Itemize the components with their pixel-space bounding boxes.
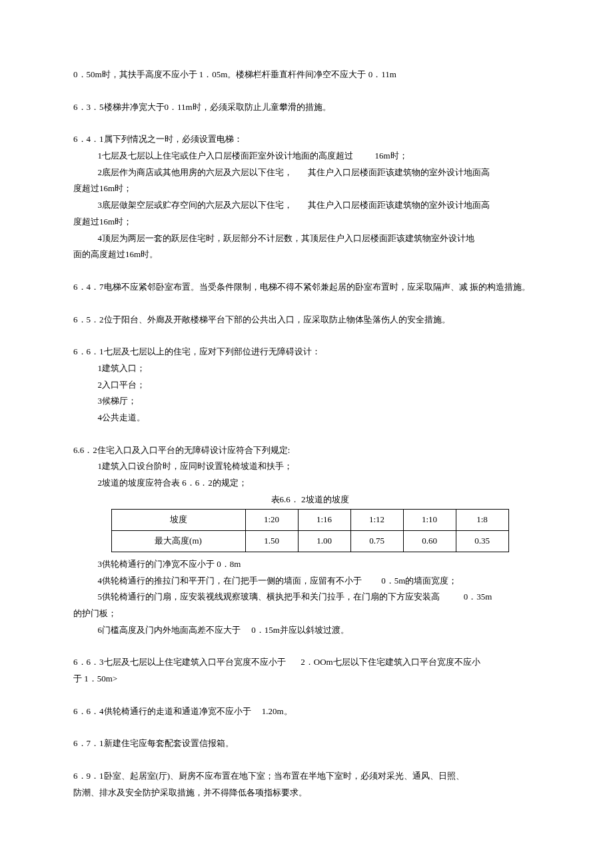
clause-6-4-1: 6．4．1属下列情况之一时，必须设置电梯： 1七层及七层以上住宅或住户入口层楼面…	[73, 131, 546, 263]
clause-6-6-3: 6．6．3七层及七层以上住宅建筑入口平台宽度不应小于 2．OOm七层以下住宅建筑…	[73, 654, 546, 687]
list-item: 1七层及七层以上住宅或住户入口层楼面距室外设计地面的高度超过 16m时；	[73, 148, 546, 165]
clause-head: 6．4．1属下列情况之一时，必须设置电梯：	[73, 131, 546, 148]
clause-head: 6．6．1七层及七层以上的住宅，应对下列部位进行无障碍设计：	[73, 344, 546, 360]
clause-6-6-2: 6.6．2住宅入口及入口平台的无障碍设计应符合下列规定: 1建筑入口设台阶时，应…	[73, 442, 546, 639]
list-item: 3供轮椅通行的门净宽不应小于 0．8m	[73, 556, 546, 573]
clause-head: 6.6．2住宅入口及入口平台的无障碍设计应符合下列规定:	[73, 442, 546, 459]
clause-6-5-2: 6．5．2位于阳台、外廊及开敞楼梯平台下部的公共出入口，应采取防止物体坠落伤人的…	[73, 312, 546, 328]
list-item: 6门槛高度及门内外地面高差不应大于 0．15m并应以斜坡过渡。	[73, 622, 546, 639]
list-item-cont: 的护门板；	[73, 606, 546, 622]
clause-6-3-5: 6．3．5楼梯井净宽大于0．11m时，必须采取防止儿童攀滑的措施。	[73, 99, 546, 116]
table-cell: 0.60	[403, 531, 456, 552]
list-item: 2入口平台；	[73, 377, 546, 394]
list-item: 1建筑入口设台阶时，应同时设置轮椅坡道和扶手；	[73, 458, 546, 475]
clause-text-cont: 于 1．50m>	[73, 671, 546, 687]
list-item: 3底层做架空层或贮存空间的六层及六层以下住宅， 其住户入口层楼面距该建筑物的室外…	[73, 197, 546, 214]
table-cell: 1.50	[245, 531, 298, 552]
clause-text: 6．6．3七层及七层以上住宅建筑入口平台宽度不应小于 2．OOm七层以下住宅建筑…	[73, 654, 546, 671]
table-cell: 最大高度(m)	[111, 531, 245, 552]
clause-6-7-1: 6．7．1新建住宅应每套配套设置信报箱。	[73, 735, 546, 752]
list-item: 4供轮椅通行的推拉门和平开门，在门把手一侧的墙面，应留有不小于 0．5m的墙面宽…	[73, 573, 546, 590]
list-item-cont: 度超过16m时；	[73, 214, 546, 230]
table-cell: 0.35	[456, 531, 508, 552]
slope-table: 坡度 1:20 1:16 1:12 1:10 1:8 最大高度(m) 1.50 …	[111, 509, 509, 552]
table-cell: 1:16	[298, 510, 350, 531]
clause-6-4-7: 6．4．7电梯不应紧邻卧室布置。当受条件限制，电梯不得不紧邻兼起居的卧室布置时，…	[73, 279, 546, 296]
clause-6-6-1: 6．6．1七层及七层以上的住宅，应对下列部位进行无障碍设计： 1建筑入口； 2入…	[73, 344, 546, 426]
list-item: 3候梯厅；	[73, 393, 546, 410]
list-item-cont: 面的高度超过16m时。	[73, 246, 546, 263]
table-cell: 1:20	[245, 510, 298, 531]
list-item: 2底层作为商店或其他用房的六层及六层以下住宅， 其住户入口层楼面距该建筑物的室外…	[73, 165, 546, 181]
list-item: 4顶层为两层一套的跃层住宅时，跃层部分不计层数，其顶层住户入口层楼面距该建筑物室…	[73, 230, 546, 247]
table-cell: 1:8	[456, 510, 508, 531]
table-cell: 1.00	[298, 531, 350, 552]
table-cell: 坡度	[111, 510, 245, 531]
list-item: 1建筑入口；	[73, 360, 546, 377]
table-caption: 表6.6． 2坡道的坡度	[73, 492, 546, 508]
table-cell: 0.75	[350, 531, 403, 552]
list-item-cont: 度超过16m时；	[73, 181, 546, 197]
clause-text-cont: 防潮、排水及安全防护采取措施，并不得降低各项指标要求。	[73, 785, 546, 801]
table-row: 最大高度(m) 1.50 1.00 0.75 0.60 0.35	[111, 531, 508, 552]
table-cell: 1:12	[350, 510, 403, 531]
clause-6-9-1: 6．9．1卧室、起居室(厅)、厨房不应布置在地下室；当布置在半地下室时，必须对采…	[73, 768, 546, 801]
clause-6-6-4: 6．6．4供轮椅通行的走道和通道净宽不应小于 1.20m。	[73, 703, 546, 720]
clause-text: 6．9．1卧室、起居室(厅)、厨房不应布置在地下室；当布置在半地下室时，必须对采…	[73, 768, 546, 785]
list-item: 2坡道的坡度应符合表 6．6．2的规定；	[73, 475, 546, 492]
table-row: 坡度 1:20 1:16 1:12 1:10 1:8	[111, 510, 508, 531]
paragraph-continuation: 0．50m时，其扶手高度不应小于 1．05m。楼梯栏杆垂直杆件间净空不应大于 0…	[73, 67, 546, 83]
table-cell: 1:10	[403, 510, 456, 531]
list-item: 5供轮椅通行的门扇，应安装视线观察玻璃、横执把手和关门拉手，在门扇的下方应安装高…	[73, 589, 546, 606]
list-item: 4公共走道。	[73, 410, 546, 426]
